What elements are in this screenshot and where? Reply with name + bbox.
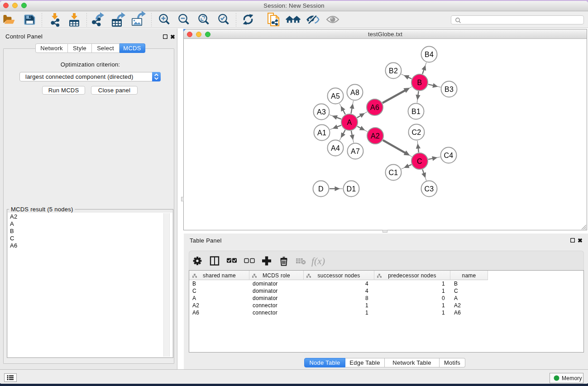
svg-text:f(x): f(x) [311, 256, 325, 267]
svg-text:A6: A6 [370, 104, 379, 111]
svg-text:A3: A3 [317, 108, 326, 116]
svg-text:A4: A4 [331, 144, 340, 152]
svg-text:B: B [417, 79, 422, 86]
svg-text:A5: A5 [331, 92, 340, 100]
svg-text:B1: B1 [411, 108, 421, 115]
svg-text:A2: A2 [371, 132, 380, 140]
svg-text:A: A [347, 119, 352, 126]
svg-text:C: C [417, 157, 422, 165]
svg-text:D: D [318, 185, 324, 193]
svg-text:A7: A7 [351, 148, 360, 155]
svg-text:B2: B2 [389, 67, 398, 75]
svg-text:C3: C3 [425, 185, 434, 193]
svg-text:A8: A8 [350, 89, 359, 96]
svg-text:B4: B4 [425, 51, 434, 58]
svg-text:B3: B3 [445, 86, 454, 93]
svg-text:C1: C1 [389, 169, 398, 176]
svg-text:D1: D1 [347, 185, 356, 193]
svg-text:C2: C2 [412, 129, 421, 136]
svg-text:A1: A1 [317, 129, 326, 137]
svg-text:C4: C4 [444, 152, 454, 159]
